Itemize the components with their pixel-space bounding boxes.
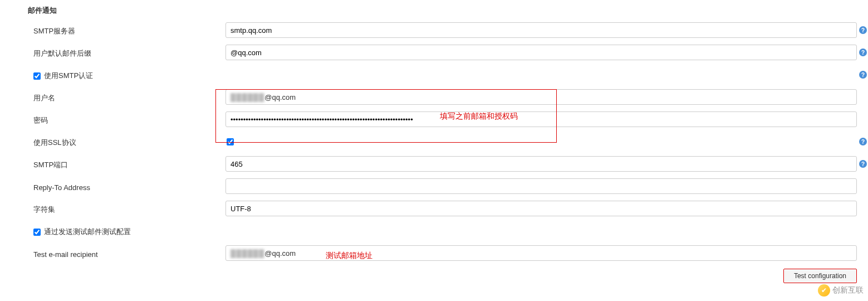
- help-icon[interactable]: ?: [859, 48, 867, 56]
- input-smtp-port[interactable]: [225, 156, 857, 172]
- input-user-suffix[interactable]: [225, 45, 857, 60]
- checkbox-use-smtp-auth[interactable]: [33, 72, 41, 80]
- test-configuration-button[interactable]: Test configuration: [783, 269, 857, 283]
- input-password[interactable]: [225, 111, 857, 127]
- label-use-smtp-auth: 使用SMTP认证: [44, 71, 93, 81]
- button-row: Test configuration: [28, 269, 868, 283]
- row-reply-to: Reply-To Address: [28, 177, 868, 195]
- help-icon[interactable]: ?: [859, 138, 867, 145]
- label-smtp-server: SMTP服务器: [28, 24, 225, 36]
- label-use-ssl: 使用SSL协议: [28, 135, 225, 148]
- help-icon[interactable]: ?: [859, 160, 867, 168]
- label-send-test: 通过发送测试邮件测试配置: [44, 227, 131, 237]
- row-send-test: 通过发送测试邮件测试配置: [28, 222, 868, 240]
- row-password: 密码: [28, 110, 868, 128]
- row-charset: 字符集: [28, 200, 868, 217]
- row-smtp-server: SMTP服务器 ?: [28, 21, 868, 39]
- watermark-icon: ✔: [818, 284, 830, 289]
- label-user-suffix: 用户默认邮件后缀: [28, 46, 225, 59]
- row-use-smtp-auth: 使用SMTP认证 ?: [28, 66, 868, 84]
- input-charset[interactable]: [225, 201, 857, 216]
- label-reply-to: Reply-To Address: [28, 181, 225, 192]
- row-use-ssl: 使用SSL协议 ?: [28, 133, 868, 151]
- row-username: 用户名 ██████@qq.com: [28, 88, 868, 106]
- blurred-text: ██████: [231, 93, 264, 101]
- row-test-recipient: Test e-mail recipient ██████@qq.com: [28, 244, 868, 262]
- section-title: 邮件通知: [28, 6, 868, 16]
- label-smtp-port: SMTP端口: [28, 158, 225, 170]
- input-smtp-server[interactable]: [225, 22, 857, 38]
- blurred-text: ██████: [231, 249, 264, 258]
- label-test-recipient: Test e-mail recipient: [28, 248, 225, 259]
- watermark: ✔ 创新互联: [818, 284, 864, 289]
- row-user-suffix: 用户默认邮件后缀 ?: [28, 43, 868, 61]
- watermark-text: 创新互联: [832, 285, 864, 289]
- label-password: 密码: [28, 113, 225, 125]
- label-username: 用户名: [28, 91, 225, 103]
- input-username[interactable]: ██████@qq.com: [225, 89, 857, 105]
- checkbox-send-test[interactable]: [33, 229, 41, 236]
- row-smtp-port: SMTP端口 ?: [28, 155, 868, 173]
- input-test-recipient[interactable]: ██████@qq.com: [225, 245, 857, 261]
- help-icon[interactable]: ?: [859, 26, 867, 34]
- label-charset: 字符集: [28, 202, 225, 215]
- username-visible-suffix: @qq.com: [264, 93, 296, 101]
- help-icon[interactable]: ?: [859, 71, 867, 79]
- input-reply-to[interactable]: [225, 178, 857, 194]
- test-recipient-visible-suffix: @qq.com: [264, 249, 296, 258]
- checkbox-use-ssl[interactable]: [227, 138, 234, 145]
